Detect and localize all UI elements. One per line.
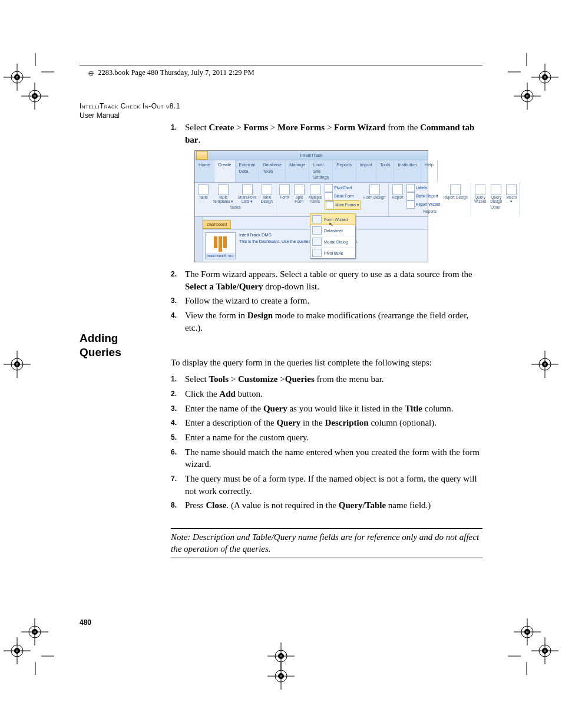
logo-icon: IntelliTrack®, Inc. (205, 232, 236, 259)
ribbon-tab: Database Tools (259, 160, 286, 182)
ribbon-button: Form Design (362, 184, 386, 200)
list-number: 1. (171, 121, 177, 133)
list-text: Enter the name of the Query as you would… (185, 404, 454, 413)
book-icon (88, 71, 94, 76)
ribbon-button: TableTemplates ▾ (211, 184, 234, 205)
ribbon: TableTableTemplates ▾SharePointLists ▾Ta… (195, 183, 428, 217)
list-number: 4. (171, 309, 177, 321)
list-item: 2.Click the Add button. (171, 388, 482, 400)
list-number: 3. (171, 403, 177, 414)
section2-intro: To display the query form in the queries… (171, 357, 482, 369)
ribbon-group-reports: Report LabelsBlank ReportReport Wizard R… (389, 183, 471, 216)
menu-item: Datasheet (310, 225, 355, 236)
list-item: 7.The query must be of a form type. If t… (171, 473, 482, 497)
ribbon-link: Labels (406, 184, 441, 192)
header-rule (80, 65, 482, 65)
ribbon-link: Blank Form (325, 192, 361, 200)
registration-mark-icon (21, 618, 48, 645)
ribbon-button: QueryWizard (473, 184, 487, 205)
list-text: Select Create > Forms > More Forms > For… (185, 123, 474, 144)
ribbon-button: MultipleItems (308, 184, 323, 205)
ribbon-tab: Local Site Settings (309, 160, 333, 182)
running-head: IntelliTrack Check In-Out v8.1 User Manu… (80, 101, 180, 120)
list-text: Click the Add button. (185, 389, 263, 398)
list-number: 7. (171, 473, 177, 485)
registration-mark-icon (514, 618, 541, 645)
menu-item: Modal Dialog (310, 236, 355, 247)
list-item: 4.Enter a description of the Query in th… (171, 417, 482, 429)
ordered-list-2: 1.Select Tools > Customize >Queries from… (171, 373, 482, 512)
ribbon-tab: Help (421, 160, 438, 182)
list-number: 6. (171, 446, 177, 458)
registration-mark-icon (21, 83, 48, 110)
menu-item: PivotTable (310, 247, 355, 258)
ribbon-tab: Import (356, 160, 376, 182)
more-forms-menu: Form WizardDatasheetModal DialogPivotTab… (310, 213, 356, 259)
app-title: IntelliTrack (195, 152, 428, 159)
ribbon-tab: Home (195, 160, 214, 182)
ribbon-button: SharePointLists ▾ (236, 184, 257, 205)
list-text: Press Close. (A value is not required in… (185, 500, 431, 510)
ribbon-tab: Tools (376, 160, 395, 182)
list-item: 8.Press Close. (A value is not required … (171, 499, 482, 512)
list-number: 1. (171, 373, 177, 385)
ribbon-link: More Forms ▾ (325, 200, 361, 210)
ribbon-button: Report (391, 184, 405, 200)
ribbon-tab: Reports (333, 160, 356, 182)
ribbon-tab: External Data (236, 160, 260, 182)
list-text: Enter a name for the custom query. (185, 433, 309, 442)
ribbon-link: PivotChart (325, 184, 361, 192)
ribbon-group-tables: TableTableTemplates ▾SharePointLists ▾Ta… (195, 183, 276, 216)
ribbon-tab: Institution (394, 160, 421, 182)
list-number: 4. (171, 417, 177, 429)
section-heading: AddingQueries (80, 331, 121, 360)
content-column: 1.Select Create > Forms > More Forms > F… (171, 121, 482, 558)
ordered-list-1b: 2.The Form wizard appears. Select a tabl… (171, 268, 482, 334)
ribbon-link: Report Wizard (406, 200, 441, 209)
list-text: Follow the wizard to create a form. (185, 296, 309, 305)
list-text: The Form wizard appears. Select a table … (185, 269, 472, 291)
list-text: Enter a description of the Query in the … (185, 418, 437, 427)
ribbon-group-forms: FormSplitFormMultipleItems PivotChartBla… (276, 183, 389, 216)
ordered-list-1: 1.Select Create > Forms > More Forms > F… (171, 121, 482, 146)
ribbon-button: SplitForm (293, 184, 306, 205)
header-line: 2283.book Page 480 Thursday, July 7, 201… (98, 68, 254, 77)
registration-mark-icon (531, 351, 558, 378)
ribbon-button: Report Design (442, 184, 469, 200)
running-head-subtitle: User Manual (80, 111, 180, 120)
registration-mark-icon (267, 663, 295, 690)
ribbon-link: Blank Report (406, 192, 441, 200)
list-item: 1.Select Create > Forms > More Forms > F… (171, 121, 482, 146)
list-item: 4.View the form in Design mode to make m… (171, 309, 482, 334)
list-number: 2. (171, 268, 177, 280)
registration-mark-icon (514, 83, 541, 110)
list-text: View the form in Design mode to make mod… (185, 311, 468, 332)
ribbon-button: Table (197, 184, 210, 200)
list-item: 2.The Form wizard appears. Select a tabl… (171, 268, 482, 292)
ribbon-tabs: HomeCreateExternal DataDatabase ToolsMan… (195, 160, 428, 183)
ribbon-button: Form (278, 184, 291, 205)
ribbon-button: Macro▾ (505, 184, 518, 205)
list-number: 2. (171, 388, 177, 400)
list-item: 6.The name should match the name entered… (171, 446, 482, 470)
list-text: Select Tools > Customize >Queries from t… (185, 374, 384, 384)
note-block: Note: Description and Table/Query name f… (171, 528, 482, 558)
note-text: Note: Description and Table/Query name f… (171, 531, 482, 555)
ribbon-button: TableDesign (260, 184, 274, 205)
list-text: The name should match the name entered w… (185, 447, 480, 469)
list-item: 5.Enter a name for the custom query. (171, 431, 482, 444)
list-item: 1.Select Tools > Customize >Queries from… (171, 373, 482, 386)
registration-mark-icon (4, 351, 31, 378)
document-tab: Dashboard (203, 220, 231, 229)
header-text: 2283.book Page 480 Thursday, July 7, 201… (88, 68, 254, 77)
ribbon-tab: Create (214, 160, 236, 182)
list-number: 3. (171, 295, 177, 307)
ribbon-button: QueryDesign (489, 184, 503, 205)
running-head-title: IntelliTrack Check In-Out v8.1 (80, 102, 180, 110)
list-number: 8. (171, 499, 177, 511)
ribbon-group-other: QueryWizardQueryDesignMacro▾ Other (471, 183, 521, 216)
list-number: 5. (171, 431, 177, 443)
list-text: The query must be of a form type. If the… (185, 474, 477, 496)
ribbon-tab: Manage (286, 160, 309, 182)
embedded-screenshot: IntelliTrack HomeCreateExternal DataData… (194, 150, 428, 262)
